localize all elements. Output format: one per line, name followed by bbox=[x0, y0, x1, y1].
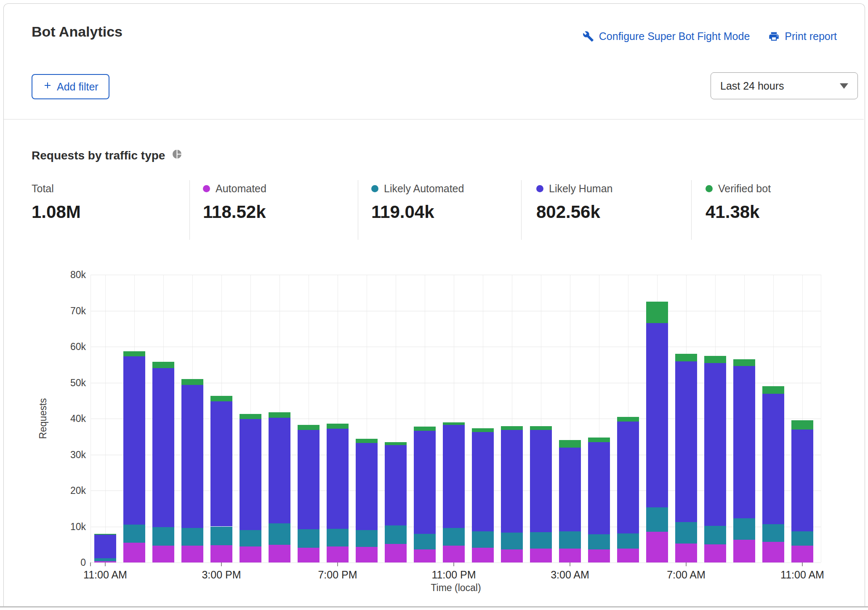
bar-segment-likely-human[interactable] bbox=[152, 368, 174, 527]
bar-segment-likely-automated[interactable] bbox=[210, 527, 232, 545]
bar-segment-verified-bot[interactable] bbox=[559, 440, 581, 448]
bar-segment-likely-human[interactable] bbox=[414, 431, 436, 534]
bar-segment-likely-automated[interactable] bbox=[152, 527, 174, 546]
bar-segment-automated[interactable] bbox=[588, 549, 610, 562]
bar-segment-automated[interactable] bbox=[414, 549, 436, 562]
bar-segment-verified-bot[interactable] bbox=[733, 359, 755, 366]
bar-segment-automated[interactable] bbox=[646, 532, 668, 562]
bar-segment-likely-automated[interactable] bbox=[123, 525, 145, 543]
bar-segment-automated[interactable] bbox=[210, 545, 232, 562]
time-range-select[interactable]: Last 24 hours bbox=[711, 72, 858, 99]
bar-segment-likely-automated[interactable] bbox=[646, 507, 668, 532]
bar-segment-verified-bot[interactable] bbox=[472, 428, 494, 432]
bar-segment-likely-automated[interactable] bbox=[443, 528, 465, 546]
bar-segment-verified-bot[interactable] bbox=[385, 442, 407, 445]
bar-segment-automated[interactable] bbox=[269, 545, 290, 562]
bar-segment-automated[interactable] bbox=[559, 549, 581, 562]
bar-segment-likely-automated[interactable] bbox=[733, 518, 755, 540]
configure-super-bot-fight-mode-link[interactable]: Configure Super Bot Fight Mode bbox=[583, 30, 750, 42]
bar-segment-likely-human[interactable] bbox=[443, 425, 465, 528]
bar-segment-likely-automated[interactable] bbox=[94, 558, 116, 561]
bar-segment-verified-bot[interactable] bbox=[210, 396, 232, 401]
bar-segment-verified-bot[interactable] bbox=[327, 424, 349, 429]
bar-segment-likely-human[interactable] bbox=[356, 443, 378, 530]
bar-segment-automated[interactable] bbox=[327, 546, 349, 562]
bar-segment-verified-bot[interactable] bbox=[443, 422, 465, 425]
bar-segment-automated[interactable] bbox=[530, 549, 552, 562]
bar-segment-likely-human[interactable] bbox=[646, 323, 668, 507]
bar-segment-likely-human[interactable] bbox=[181, 385, 203, 528]
bar-segment-likely-automated[interactable] bbox=[181, 528, 203, 546]
bar-segment-verified-bot[interactable] bbox=[791, 420, 813, 429]
bar-segment-verified-bot[interactable] bbox=[152, 362, 174, 368]
bar-segment-likely-human[interactable] bbox=[472, 432, 494, 531]
bar-segment-verified-bot[interactable] bbox=[298, 425, 320, 430]
bar-segment-likely-automated[interactable] bbox=[762, 524, 784, 542]
bar-segment-likely-human[interactable] bbox=[210, 401, 232, 527]
bar-segment-verified-bot[interactable] bbox=[123, 351, 145, 356]
bar-segment-likely-human[interactable] bbox=[240, 419, 261, 530]
bar-segment-likely-automated[interactable] bbox=[327, 529, 349, 546]
bar-segment-automated[interactable] bbox=[675, 544, 697, 562]
bar-segment-likely-automated[interactable] bbox=[269, 523, 290, 545]
bar-segment-automated[interactable] bbox=[356, 547, 378, 562]
bar-segment-verified-bot[interactable] bbox=[617, 417, 639, 422]
bar-segment-automated[interactable] bbox=[240, 546, 261, 562]
print-report-link[interactable]: Print report bbox=[768, 30, 837, 42]
bar-segment-automated[interactable] bbox=[181, 546, 203, 562]
bar-segment-verified-bot[interactable] bbox=[501, 426, 523, 430]
bar-segment-likely-automated[interactable] bbox=[559, 531, 581, 549]
bar-segment-automated[interactable] bbox=[443, 546, 465, 562]
bar-segment-automated[interactable] bbox=[123, 543, 145, 562]
bar-segment-likely-human[interactable] bbox=[617, 422, 639, 533]
bar-segment-likely-human[interactable] bbox=[733, 366, 755, 518]
bar-segment-verified-bot[interactable] bbox=[762, 386, 784, 394]
bar-segment-automated[interactable] bbox=[472, 548, 494, 562]
bar-segment-automated[interactable] bbox=[298, 548, 320, 562]
bar-segment-verified-bot[interactable] bbox=[646, 302, 668, 323]
bar-segment-likely-human[interactable] bbox=[588, 442, 610, 534]
bar-segment-verified-bot[interactable] bbox=[530, 426, 552, 430]
bar-segment-automated[interactable] bbox=[791, 546, 813, 562]
bar-segment-likely-human[interactable] bbox=[501, 430, 523, 533]
bar-segment-verified-bot[interactable] bbox=[181, 379, 203, 385]
bar-segment-automated[interactable] bbox=[501, 549, 523, 562]
bar-segment-verified-bot[interactable] bbox=[414, 427, 436, 431]
add-filter-button[interactable]: Add filter bbox=[32, 74, 109, 99]
bar-segment-likely-human[interactable] bbox=[675, 361, 697, 522]
bar-segment-verified-bot[interactable] bbox=[356, 439, 378, 443]
bar-segment-likely-human[interactable] bbox=[530, 430, 552, 532]
bar-segment-likely-automated[interactable] bbox=[675, 522, 697, 543]
bar-segment-verified-bot[interactable] bbox=[269, 412, 290, 418]
bar-segment-likely-automated[interactable] bbox=[414, 534, 436, 550]
bar-segment-likely-human[interactable] bbox=[762, 394, 784, 524]
bar-segment-verified-bot[interactable] bbox=[675, 354, 697, 361]
bar-segment-likely-human[interactable] bbox=[327, 429, 349, 529]
bar-segment-likely-human[interactable] bbox=[94, 535, 116, 558]
bar-segment-automated[interactable] bbox=[385, 544, 407, 562]
bar-segment-automated[interactable] bbox=[617, 549, 639, 562]
bar-segment-likely-human[interactable] bbox=[385, 445, 407, 525]
bar-segment-automated[interactable] bbox=[762, 542, 784, 562]
bar-segment-automated[interactable] bbox=[733, 540, 755, 562]
bar-segment-likely-human[interactable] bbox=[704, 363, 726, 525]
bar-segment-likely-automated[interactable] bbox=[617, 533, 639, 549]
bar-segment-likely-automated[interactable] bbox=[791, 531, 813, 546]
bar-segment-likely-automated[interactable] bbox=[472, 531, 494, 547]
bar-segment-likely-human[interactable] bbox=[559, 448, 581, 531]
bar-segment-likely-automated[interactable] bbox=[385, 525, 407, 544]
bar-segment-likely-automated[interactable] bbox=[240, 530, 261, 546]
bar-segment-likely-automated[interactable] bbox=[356, 530, 378, 547]
bar-segment-likely-automated[interactable] bbox=[501, 533, 523, 549]
bar-segment-likely-automated[interactable] bbox=[588, 534, 610, 549]
bar-segment-likely-automated[interactable] bbox=[298, 529, 320, 548]
bar-segment-likely-human[interactable] bbox=[791, 430, 813, 531]
bar-segment-likely-automated[interactable] bbox=[530, 532, 552, 548]
bar-segment-automated[interactable] bbox=[152, 546, 174, 562]
bar-segment-likely-human[interactable] bbox=[123, 356, 145, 525]
bar-segment-verified-bot[interactable] bbox=[240, 414, 261, 419]
bar-segment-verified-bot[interactable] bbox=[588, 438, 610, 442]
bar-segment-likely-human[interactable] bbox=[298, 430, 320, 530]
bar-segment-likely-automated[interactable] bbox=[704, 526, 726, 544]
bar-segment-automated[interactable] bbox=[704, 544, 726, 562]
